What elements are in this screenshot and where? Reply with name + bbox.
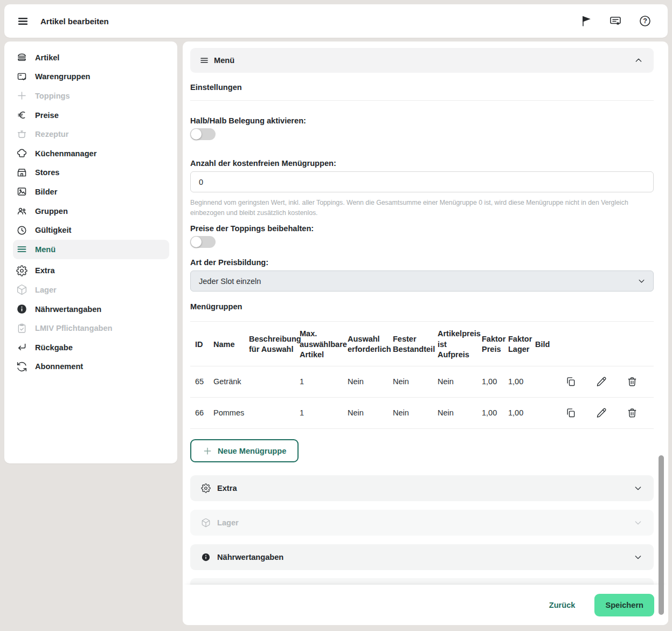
- sidebar-item-stores[interactable]: Stores: [4, 163, 177, 183]
- info-icon: [16, 303, 27, 315]
- page-title: Artikel bearbeiten: [40, 17, 109, 26]
- menu-groups-table: ID Name Beschreibung für Auswahl Max. au…: [190, 323, 654, 429]
- column-header-fester-bestandteil: Fester Bestandteil: [393, 323, 438, 366]
- sidebar-item-bilder[interactable]: Bilder: [4, 182, 177, 202]
- cell-auswahl: Nein: [348, 366, 393, 397]
- sidebar-item-label: Gruppen: [35, 207, 68, 216]
- cell-max: 1: [300, 366, 348, 397]
- table-row: 65 Getränk 1 Nein Nein Nein 1,00 1,00: [190, 366, 654, 397]
- column-header-max-artikel: Max. auswählbare Artikel: [300, 323, 348, 366]
- pricing-type-value: Jeder Slot einzeln: [199, 277, 261, 286]
- hamburger-menu-icon[interactable]: [17, 16, 29, 27]
- box-check-icon: [16, 71, 27, 82]
- sidebar-item-abonnement[interactable]: Abonnement: [4, 357, 177, 377]
- row-actions: [556, 407, 650, 418]
- sidebar-item-label: Rezeptur: [35, 130, 68, 138]
- sidebar-item-label: LMIV Pflichtangaben: [35, 324, 113, 332]
- sidebar-item-label: Menü: [35, 245, 56, 254]
- sidebar-item-label: Küchenmanager: [35, 149, 96, 158]
- column-header-bild: Bild: [535, 323, 556, 366]
- main-panel: Menü Einstellungen Halb/Halb Belegung ak…: [183, 41, 668, 625]
- free-menu-groups-input[interactable]: [190, 171, 654, 192]
- sidebar-item-label: Nährwertangaben: [35, 305, 101, 314]
- menu-icon: [16, 244, 27, 255]
- copy-button[interactable]: [565, 407, 576, 418]
- cell-beschreibung: [249, 397, 300, 428]
- sidebar-item-warengruppen[interactable]: Warengruppen: [4, 67, 177, 87]
- sidebar-item-lager: Lager: [4, 280, 177, 300]
- half-half-toggle[interactable]: [190, 128, 216, 140]
- topbar: Artikel bearbeiten ?: [4, 4, 668, 38]
- burger-icon: [16, 52, 27, 63]
- toggle-knob: [191, 237, 202, 247]
- store-icon: [16, 167, 27, 178]
- cell-faktor-preis: 1,00: [482, 397, 508, 428]
- euro-icon: [16, 109, 27, 121]
- cell-bild: [535, 366, 556, 397]
- keep-topping-prices-label: Preise der Toppings beibehalten:: [190, 224, 314, 233]
- cell-aufpreis: Nein: [438, 366, 482, 397]
- flag-icon[interactable]: [579, 15, 592, 27]
- back-button[interactable]: Zurück: [549, 601, 576, 609]
- info-icon: [201, 552, 211, 562]
- sidebar-item-gruppen[interactable]: Gruppen: [4, 202, 177, 221]
- sidebar-item-gueltigkeit[interactable]: Gültigkeit: [4, 220, 177, 240]
- accordion-header-menue[interactable]: Menü: [190, 48, 654, 73]
- scrollbar-thumb[interactable]: [659, 455, 664, 615]
- sidebar-item-label: Gültigkeit: [35, 226, 71, 234]
- cell-bild: [535, 397, 556, 428]
- sidebar-item-label: Bilder: [35, 188, 57, 196]
- cell-name: Pommes: [213, 397, 249, 428]
- column-header-actions: [556, 323, 654, 366]
- keep-topping-prices-toggle[interactable]: [190, 236, 216, 248]
- sidebar-item-artikel[interactable]: Artikel: [4, 48, 177, 67]
- return-arrow-icon: [16, 342, 27, 353]
- delete-button[interactable]: [627, 376, 638, 387]
- help-icon[interactable]: ?: [639, 15, 652, 27]
- cell-fester: Nein: [393, 397, 438, 428]
- sidebar-item-preise[interactable]: Preise: [4, 106, 177, 125]
- chevron-down-icon: [638, 277, 646, 285]
- new-menu-group-button[interactable]: Neue Menügruppe: [190, 439, 299, 462]
- chevron-down-icon: [634, 518, 642, 527]
- copy-button[interactable]: [565, 376, 576, 387]
- sidebar-item-naehrwertangaben[interactable]: Nährwertangaben: [4, 300, 177, 319]
- chevron-down-icon: [634, 484, 642, 493]
- sidebar-item-menue[interactable]: Menü: [13, 240, 169, 259]
- sidebar-item-label: Toppings: [35, 92, 70, 100]
- edit-button[interactable]: [596, 376, 607, 387]
- edit-button[interactable]: [596, 407, 607, 418]
- pot-icon: [16, 129, 27, 140]
- sidebar-item-label: Preise: [35, 111, 59, 120]
- sidebar-item-rueckgabe[interactable]: Rückgabe: [4, 338, 177, 357]
- divider: [190, 321, 654, 322]
- accordion-header-extra[interactable]: Extra: [190, 475, 654, 501]
- column-header-name: Name: [213, 323, 249, 366]
- refresh-icon: [16, 361, 27, 372]
- pricing-type-select[interactable]: Jeder Slot einzeln: [190, 271, 654, 292]
- sidebar-item-kuechenmanager[interactable]: Küchenmanager: [4, 144, 177, 163]
- clipboard-check-icon: [16, 323, 27, 334]
- settings-heading: Einstellungen: [190, 83, 242, 92]
- pricing-type-label: Art der Preisbildung:: [190, 258, 268, 267]
- sidebar: Artikel Warengruppen Toppings Preise Rez…: [4, 41, 177, 463]
- cell-fester: Nein: [393, 366, 438, 397]
- column-header-faktor-lager: Faktor Lager: [508, 323, 535, 366]
- gear-icon: [16, 265, 27, 276]
- panel-footer: Zurück Speichern: [183, 585, 668, 625]
- cell-aufpreis: Nein: [438, 397, 482, 428]
- save-button[interactable]: Speichern: [594, 594, 654, 616]
- feedback-icon[interactable]: [609, 15, 622, 27]
- accordion-header-naehrwertangaben[interactable]: Nährwertangaben: [190, 544, 654, 570]
- free-groups-help-text: Beginnend vom geringsten Wert, inkl. all…: [190, 198, 654, 218]
- column-header-artikelpreis-aufpreis: Artikelpreis ist Aufpreis: [438, 323, 482, 366]
- cell-faktor-lager: 1,00: [508, 397, 535, 428]
- plus-icon: [16, 90, 27, 101]
- cube-icon: [16, 284, 27, 295]
- toggle-knob: [191, 129, 202, 140]
- chef-hat-icon: [16, 148, 27, 159]
- sidebar-item-label: Warengruppen: [35, 72, 90, 81]
- delete-button[interactable]: [627, 407, 638, 418]
- new-menu-group-label: Neue Menügruppe: [218, 447, 286, 455]
- sidebar-item-extra[interactable]: Extra: [4, 261, 177, 281]
